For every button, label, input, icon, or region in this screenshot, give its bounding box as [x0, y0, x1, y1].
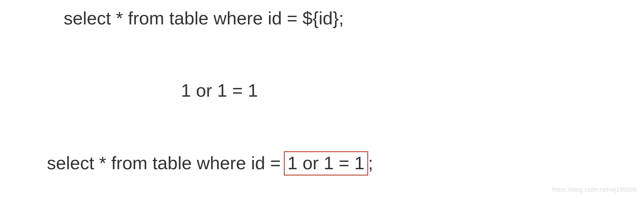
injection-value-line: 1 or 1 = 1 — [181, 80, 258, 101]
sql-result-prefix: select * from table where id = — [47, 153, 286, 173]
sql-result-line: select * from table where id = 1 or 1 = … — [47, 151, 373, 176]
watermark: https://blog.csdn.net/wj199395 — [552, 186, 637, 193]
sql-template-line: select * from table where id = ${id}; — [64, 7, 344, 29]
sql-result-suffix: ; — [368, 153, 373, 173]
injected-highlight: 1 or 1 = 1 — [284, 151, 368, 176]
